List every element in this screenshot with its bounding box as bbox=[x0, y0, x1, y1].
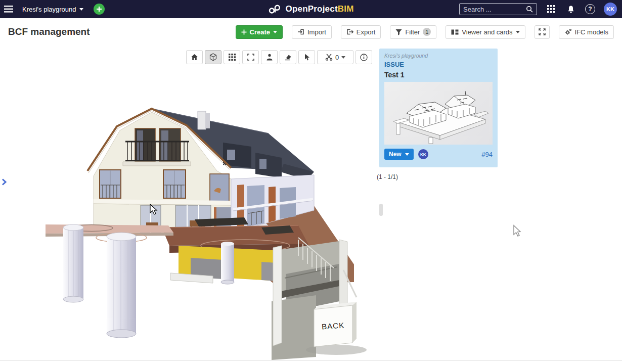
search-icon[interactable] bbox=[526, 6, 533, 13]
gear-icon bbox=[564, 28, 572, 35]
viewer-and-cards-icon bbox=[451, 29, 459, 35]
plus-icon bbox=[96, 6, 102, 12]
modules-menu-button[interactable] bbox=[546, 4, 557, 15]
objects-grid-button[interactable] bbox=[224, 50, 240, 64]
section-cut-count: 0 bbox=[335, 54, 339, 61]
section-cut-button[interactable]: 0 bbox=[317, 50, 353, 64]
openproject-logo-icon bbox=[268, 4, 281, 14]
card-type-label: ISSUE bbox=[384, 61, 493, 68]
chevron-right-icon bbox=[2, 178, 7, 186]
expand-sidebar-button[interactable] bbox=[2, 178, 7, 186]
chevron-down-icon bbox=[79, 8, 83, 11]
project-selector-label: Kresi's playground bbox=[22, 6, 76, 13]
chevron-down-icon bbox=[516, 31, 520, 33]
3d-view-button[interactable] bbox=[205, 50, 221, 64]
card-project-name: Kresi's playground bbox=[384, 53, 493, 59]
app-logo[interactable]: OpenProjectBIM bbox=[268, 4, 353, 14]
notifications-button[interactable] bbox=[565, 4, 576, 15]
logo-text-suffix: BIM bbox=[338, 4, 354, 14]
fit-view-button[interactable] bbox=[242, 50, 259, 64]
info-icon bbox=[360, 54, 368, 61]
panel-resize-handle[interactable] bbox=[379, 204, 383, 216]
home-icon bbox=[191, 54, 198, 61]
card-title: Test 1 bbox=[384, 71, 493, 79]
filter-count-badge: 1 bbox=[423, 28, 431, 36]
model-info-button[interactable] bbox=[356, 50, 372, 64]
chevron-down-icon bbox=[405, 153, 409, 156]
hamburger-menu-icon[interactable] bbox=[0, 0, 17, 18]
search-input[interactable] bbox=[463, 6, 526, 13]
page-header: BCF management Create Import Export Filt… bbox=[0, 18, 622, 46]
logo-text-primary: OpenProject bbox=[285, 4, 337, 14]
project-selector[interactable]: Kresi's playground bbox=[22, 6, 83, 13]
fullscreen-icon bbox=[539, 28, 546, 35]
ifc-viewer-toolbar: 0 bbox=[186, 50, 372, 64]
global-search bbox=[459, 3, 537, 15]
display-mode-button[interactable]: Viewer and cards bbox=[446, 25, 525, 39]
create-button[interactable]: Create bbox=[236, 25, 283, 39]
home-view-button[interactable] bbox=[186, 50, 203, 64]
help-button[interactable]: ? bbox=[585, 4, 595, 14]
reset-elements-button[interactable] bbox=[280, 50, 296, 64]
pagination-label: (1 - 1/1) bbox=[377, 173, 398, 180]
top-navigation-bar: Kresi's playground OpenProjectBIM bbox=[0, 0, 622, 18]
apps-grid-icon bbox=[547, 5, 555, 13]
back-sign-label: BACK bbox=[322, 321, 345, 331]
viewport-bottom-edge bbox=[0, 360, 622, 361]
first-person-button[interactable] bbox=[261, 50, 278, 64]
snapshot-wireframe-drawing bbox=[384, 82, 493, 145]
grid-dots-icon bbox=[229, 54, 236, 61]
ifc-viewer-canvas[interactable]: BACK bbox=[43, 100, 377, 360]
scissors-icon bbox=[325, 54, 333, 61]
export-button[interactable]: Export bbox=[341, 25, 381, 39]
viewpoint-snapshot[interactable] bbox=[384, 82, 493, 145]
filter-funnel-icon bbox=[395, 29, 402, 35]
bell-icon bbox=[567, 5, 575, 14]
expand-brackets-icon bbox=[247, 54, 254, 61]
issue-card[interactable]: Kresi's playground ISSUE Test 1 bbox=[379, 49, 498, 167]
status-dropdown-button[interactable]: New bbox=[384, 149, 414, 160]
person-icon bbox=[266, 54, 273, 61]
plus-icon bbox=[241, 29, 247, 35]
cursor-arrow-icon bbox=[303, 54, 310, 61]
help-glyph: ? bbox=[588, 6, 592, 13]
eraser-icon bbox=[284, 54, 292, 61]
select-tool-button[interactable] bbox=[298, 50, 315, 64]
chevron-down-icon bbox=[341, 56, 345, 59]
page-title: BCF management bbox=[8, 26, 90, 37]
work-package-id: #94 bbox=[481, 151, 493, 158]
ifc-models-button[interactable]: IFC models bbox=[559, 25, 614, 39]
export-icon bbox=[346, 28, 353, 35]
fullscreen-button[interactable] bbox=[535, 25, 550, 39]
quick-add-button[interactable] bbox=[94, 4, 105, 15]
chevron-down-icon bbox=[273, 31, 277, 33]
building-model: BACK bbox=[43, 100, 377, 360]
mouse-cursor bbox=[512, 224, 522, 238]
filter-button[interactable]: Filter 1 bbox=[390, 25, 436, 39]
user-avatar[interactable]: KK bbox=[604, 3, 617, 16]
assignee-avatar[interactable]: KK bbox=[418, 149, 428, 159]
import-icon bbox=[297, 28, 304, 35]
import-button[interactable]: Import bbox=[292, 25, 332, 39]
cube-icon bbox=[209, 53, 217, 61]
